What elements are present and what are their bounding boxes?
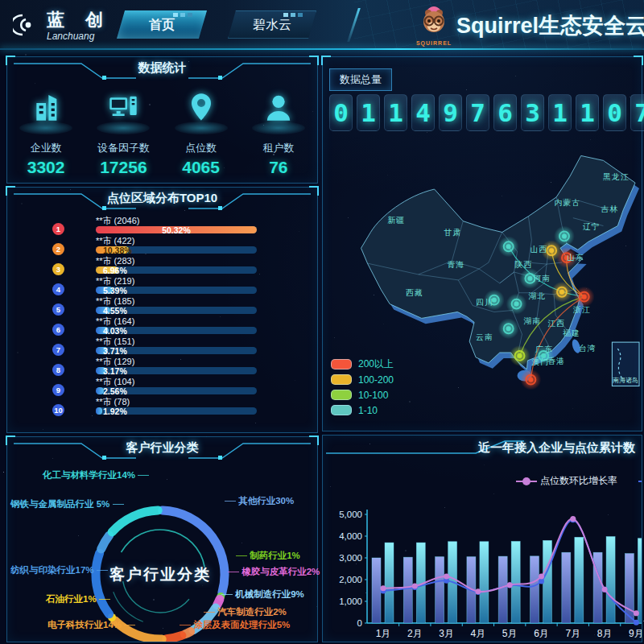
digit-tile-7: 3 — [521, 94, 544, 131]
bar-month8-s1 — [606, 537, 615, 623]
donut-label-纺织与印染行业17%: 纺织与印染行业17% — [10, 564, 108, 576]
province-label-广东: 广东 — [535, 345, 553, 353]
legend-swatch — [331, 374, 352, 385]
top10-bar-group: **市 (78)1.92% — [96, 397, 257, 415]
top10-panel-title: 点位区域分布TOP10 — [107, 191, 217, 204]
tab-碧水云[interactable]: 碧水云 — [228, 10, 316, 39]
bar-month1-s1 — [385, 543, 394, 623]
map-legend: 200以上100-20010-1001-10 — [331, 357, 394, 418]
y-tick: 4,000 — [339, 531, 362, 541]
bar-month3-s0 — [436, 557, 444, 623]
donut-label-钢铁与金属制品行业 5%: 钢铁与金属制品行业 5% — [10, 498, 124, 510]
bar-month7-s0 — [562, 552, 571, 623]
legend-label: 100-200 — [358, 374, 394, 386]
top10-bar-fill — [96, 407, 102, 415]
tab-首页[interactable]: 首页 — [117, 10, 207, 39]
location-pin-icon — [185, 91, 217, 123]
donut-center-label: 客户行业分类 — [88, 564, 233, 585]
top10-row-label: **市 (104) — [96, 377, 257, 386]
top10-bar-track: 3.17% — [96, 367, 257, 374]
top10-row-label: **市 (129) — [96, 357, 257, 366]
china-landmass — [361, 155, 636, 369]
stat-value: 3302 — [10, 158, 82, 177]
top10-row-label: **市 (219) — [96, 276, 257, 286]
icon-pedestal — [19, 122, 72, 134]
rank-badge: 2 — [52, 243, 64, 255]
header: 蓝 创 Lanchuang 首页碧水云 SQUIRREL Squirrel生态安… — [0, 0, 644, 50]
donut-label-机械制造行业9%: 机械制造行业9% — [221, 588, 304, 601]
y-tick: 3,000 — [339, 553, 362, 563]
province-label-辽宁: 辽宁 — [583, 222, 601, 231]
trend-legend-item[interactable]: 点位数环比增长率 — [516, 474, 617, 488]
top10-bar-group: **市 (2046)50.32% — [96, 216, 257, 233]
top10-bar-track: 5.39% — [96, 287, 257, 294]
page-title: Squirrel生态安全云平 — [456, 11, 644, 40]
x-tick-4月: 4月 — [471, 628, 486, 639]
rank-badge: 6 — [52, 324, 64, 336]
top10-bar-track: 4.03% — [96, 327, 257, 334]
top10-row-label: **市 (283) — [96, 256, 257, 266]
province-label-陕西: 陕西 — [515, 260, 533, 269]
y-tick: 2,000 — [339, 575, 362, 584]
x-tick-3月: 3月 — [439, 628, 454, 639]
map-legend-item: 200以上 — [331, 357, 394, 372]
stat-value: 76 — [242, 158, 315, 177]
top10-percent: 2.56% — [103, 386, 127, 396]
bar-month4-s1 — [480, 542, 489, 623]
top10-row-label: **市 (185) — [96, 296, 257, 306]
star — [25, 54, 27, 56]
top10-percent: 50.32% — [96, 225, 257, 235]
province-label-四川: 四川 — [476, 298, 493, 307]
stat-label: 点位数 — [165, 141, 237, 155]
x-tick-2月: 2月 — [407, 628, 423, 639]
device-icon — [107, 91, 139, 123]
stat-icon-wrap — [10, 86, 82, 136]
logo-text: 蓝 创 — [47, 8, 111, 32]
stat-item-企业数: 企业数3302 — [10, 86, 82, 177]
top10-row-label: **市 (151) — [96, 336, 257, 346]
top10-bar-group: **市 (129)3.17% — [96, 357, 257, 374]
donut-label-石油行业1%: 石油行业1% — [46, 593, 110, 605]
legend-label: 200以上 — [358, 357, 394, 371]
province-label-澳门: 澳门 — [531, 357, 549, 366]
data-total-digits: 011497631107 — [329, 94, 644, 131]
trend-legend-item[interactable] — [638, 474, 642, 488]
rank-badge: 8 — [52, 364, 64, 376]
top10-bar-group: **市 (104)2.56% — [96, 377, 257, 394]
province-label-云南: 云南 — [476, 332, 493, 341]
digit-tile-1: 1 — [357, 94, 380, 131]
tab-corner-decoration — [173, 13, 194, 17]
donut-label-电子科技行业14%: 电子科技行业14% — [47, 619, 135, 631]
stat-icon-wrap — [87, 86, 159, 136]
legend-marker — [516, 481, 537, 482]
province-label-吉林: 吉林 — [601, 204, 619, 213]
province-label-香港: 香港 — [547, 357, 565, 365]
stat-item-设备因子数: 设备因子数17256 — [87, 86, 159, 177]
data-total-tag: 数据总量 — [329, 68, 392, 91]
province-label-山东: 山东 — [567, 253, 584, 262]
top10-bar-group: **市 (185)4.55% — [96, 296, 257, 314]
logo-subtext: Lanchuang — [47, 31, 111, 42]
panel-data-stats: 数据统计 企业数3302设备因子数17256点位数4065租户数76 — [6, 56, 318, 184]
industry-panel-title: 客户行业分类 — [126, 440, 199, 454]
bar-month6-s0 — [530, 556, 539, 623]
digit-tile-10: 0 — [603, 94, 626, 131]
legend-label: 10-100 — [358, 390, 388, 401]
province-label-湖南: 湖南 — [524, 316, 542, 325]
top10-row-label: **市 (2046) — [96, 216, 257, 225]
top10-bar-track: 1.92% — [96, 407, 257, 415]
map-legend-item: 10-100 — [331, 387, 394, 402]
bar-month8-s0 — [593, 552, 602, 623]
top10-row-8: 8**市 (129)3.17% — [7, 357, 317, 377]
top10-row-2: 2**市 (422)10.38% — [7, 236, 317, 256]
province-label-福建: 福建 — [563, 328, 580, 337]
stats-panel-title: 数据统计 — [138, 60, 187, 74]
province-label-湖北: 湖北 — [528, 291, 546, 300]
digit-tile-0: 0 — [329, 94, 353, 131]
legend-swatch — [331, 359, 352, 369]
trend-legend: 点位数环比增长率 — [516, 474, 642, 488]
province-label-甘肃: 甘肃 — [444, 228, 462, 237]
map-legend-item: 100-200 — [331, 372, 394, 387]
logo: 蓝 创 Lanchuang — [13, 8, 111, 42]
trend-panel-title: 近一年接入企业与点位累计数 — [478, 440, 635, 456]
